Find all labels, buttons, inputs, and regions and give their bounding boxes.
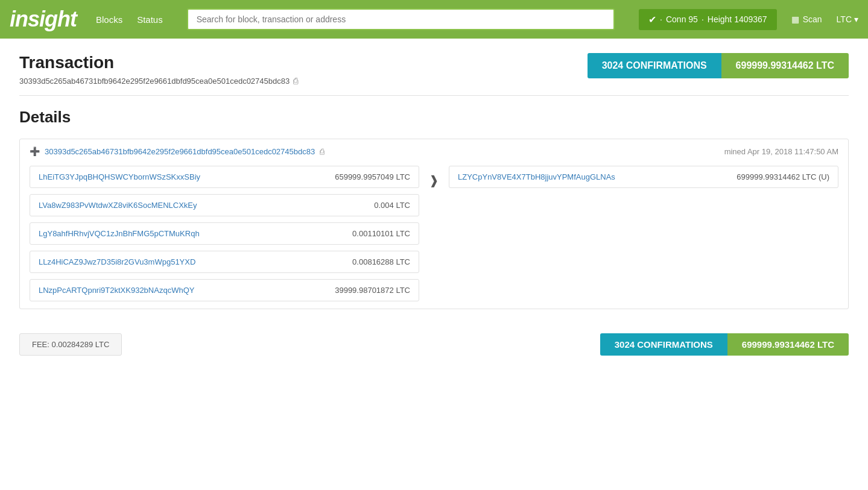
table-row: LgY8ahfHRhvjVQC1zJnBhFMG5pCTMuKRqh 0.001… bbox=[30, 222, 419, 245]
input-amount: 39999.98701872 LTC bbox=[335, 286, 410, 295]
brand-logo: insight bbox=[10, 7, 77, 32]
total-ltc-badge: 699999.99314462 LTC bbox=[721, 53, 849, 78]
nav-blocks[interactable]: Blocks bbox=[96, 14, 122, 25]
table-row: LLz4HiCAZ9Jwz7D35i8r2GVu3mWpg51YXD 0.008… bbox=[30, 251, 419, 273]
chevron-down-icon: ▾ bbox=[854, 14, 858, 24]
tx-id-link[interactable]: 30393d5c265ab46731bfb9642e295f2e9661dbfd… bbox=[45, 147, 315, 156]
tx-hash-text: 30393d5c265ab46731bfb9642e295f2e9661dbfd… bbox=[19, 77, 290, 86]
scan-button[interactable]: ▦ Scan bbox=[791, 14, 822, 24]
scan-icon: ▦ bbox=[791, 14, 799, 24]
expand-icon[interactable]: ➕ bbox=[30, 146, 40, 156]
table-row: LZYCpYnV8VE4X7TbH8jjuvYPMfAugGLNAs 69999… bbox=[449, 166, 838, 188]
ltc-label: LTC bbox=[837, 14, 852, 24]
search-container bbox=[187, 8, 615, 30]
tx-footer: FEE: 0.00284289 LTC 3024 CONFIRMATIONS 6… bbox=[19, 324, 849, 365]
confirmations-badge: 3024 CONFIRMATIONS bbox=[588, 53, 721, 78]
details-section: Details ➕ 30393d5c265ab46731bfb9642e295f… bbox=[19, 108, 849, 309]
scan-label: Scan bbox=[803, 14, 822, 24]
tx-footer-badges: 3024 CONFIRMATIONS 699999.99314462 LTC bbox=[600, 333, 849, 356]
navbar: insight Blocks Status ✔ · Conn 95 · Heig… bbox=[0, 0, 868, 39]
conn-status: ✔ · Conn 95 · Height 1409367 bbox=[639, 9, 777, 30]
table-row: LVa8wZ983PvWtdwXZ8viK6SocMENLCXkEy 0.004… bbox=[30, 194, 419, 216]
tx-direction-arrow: ❱ bbox=[429, 166, 439, 187]
input-amount: 0.00816288 LTC bbox=[352, 257, 410, 266]
conn-label: Conn 95 bbox=[666, 14, 698, 24]
tx-outputs: LZYCpYnV8VE4X7TbH8jjuvYPMfAugGLNAs 69999… bbox=[449, 166, 838, 188]
tx-detail-header-left: ➕ 30393d5c265ab46731bfb9642e295f2e9661db… bbox=[30, 146, 325, 156]
table-row: LNzpPcARTQpnri9T2ktXK932bNAzqcWhQY 39999… bbox=[30, 279, 419, 301]
page-title: Transaction bbox=[19, 53, 298, 72]
copy-hash-icon[interactable]: ⎙ bbox=[293, 76, 298, 86]
input-address[interactable]: LgY8ahfHRhvjVQC1zJnBhFMG5pCTMuKRqh bbox=[39, 229, 200, 238]
details-title: Details bbox=[19, 108, 849, 127]
input-address[interactable]: LLz4HiCAZ9Jwz7D35i8r2GVu3mWpg51YXD bbox=[39, 257, 195, 266]
output-amount: 699999.99314462 LTC (U) bbox=[737, 172, 829, 181]
input-amount: 659999.9957049 LTC bbox=[335, 172, 410, 181]
ltc-dropdown[interactable]: LTC ▾ bbox=[837, 14, 858, 24]
tx-io: LhEiTG3YJpqBHQHSWCYbornWSzSKxxSBiy 65999… bbox=[30, 166, 838, 301]
nav-status[interactable]: Status bbox=[137, 14, 163, 25]
output-address[interactable]: LZYCpYnV8VE4X7TbH8jjuvYPMfAugGLNAs bbox=[458, 172, 615, 181]
total-ltc-badge-bottom: 699999.99314462 LTC bbox=[727, 333, 849, 356]
conn-dot: · bbox=[660, 14, 662, 24]
copy-txid-icon[interactable]: ⎙ bbox=[320, 147, 325, 156]
divider bbox=[19, 95, 849, 96]
input-address[interactable]: LNzpPcARTQpnri9T2ktXK932bNAzqcWhQY bbox=[39, 286, 194, 295]
height-label: Height 1409367 bbox=[708, 14, 767, 24]
table-row: LhEiTG3YJpqBHQHSWCYbornWSzSKxxSBiy 65999… bbox=[30, 166, 419, 188]
confirmations-badge-bottom: 3024 CONFIRMATIONS bbox=[600, 333, 727, 356]
input-amount: 0.00110101 LTC bbox=[352, 229, 410, 238]
tx-badges: 3024 CONFIRMATIONS 699999.99314462 LTC bbox=[588, 53, 849, 78]
conn-sep: · bbox=[702, 14, 704, 24]
tx-mined-date: mined Apr 19, 2018 11:47:50 AM bbox=[724, 147, 838, 156]
input-address[interactable]: LVa8wZ983PvWtdwXZ8viK6SocMENLCXkEy bbox=[39, 201, 197, 210]
conn-check-icon: ✔ bbox=[648, 14, 656, 25]
tx-detail-header: ➕ 30393d5c265ab46731bfb9642e295f2e9661db… bbox=[30, 146, 838, 156]
tx-fee: FEE: 0.00284289 LTC bbox=[19, 333, 122, 356]
main-content: Transaction 30393d5c265ab46731bfb9642e29… bbox=[0, 39, 868, 380]
input-address[interactable]: LhEiTG3YJpqBHQHSWCYbornWSzSKxxSBiy bbox=[39, 172, 200, 181]
tx-hash: 30393d5c265ab46731bfb9642e295f2e9661dbfd… bbox=[19, 76, 298, 86]
input-amount: 0.004 LTC bbox=[374, 201, 410, 210]
tx-detail-block: ➕ 30393d5c265ab46731bfb9642e295f2e9661db… bbox=[19, 139, 849, 309]
tx-title-block: Transaction 30393d5c265ab46731bfb9642e29… bbox=[19, 53, 298, 86]
tx-inputs: LhEiTG3YJpqBHQHSWCYbornWSzSKxxSBiy 65999… bbox=[30, 166, 419, 301]
search-input[interactable] bbox=[187, 8, 615, 30]
tx-header: Transaction 30393d5c265ab46731bfb9642e29… bbox=[19, 53, 849, 86]
